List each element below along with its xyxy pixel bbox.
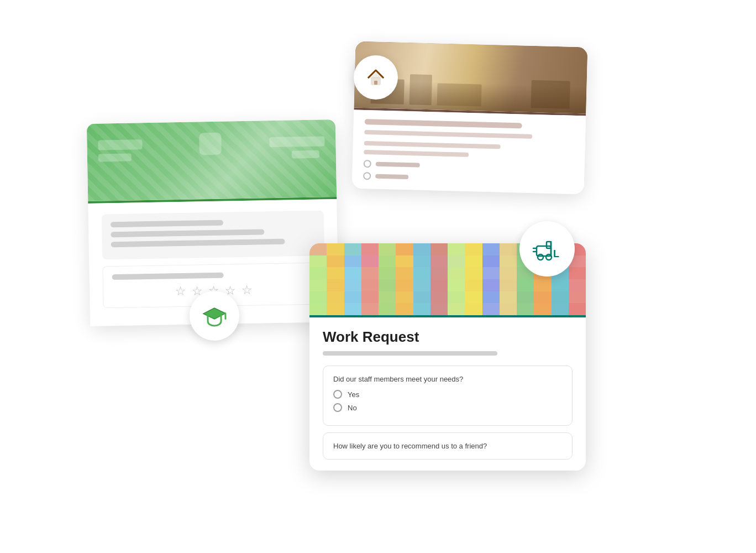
mosaic-cell	[465, 279, 482, 291]
mosaic-cell	[552, 279, 569, 291]
mosaic-cell	[361, 255, 379, 268]
mosaic-cell	[431, 255, 448, 268]
field-line-2	[111, 229, 264, 237]
property-section-1	[364, 119, 575, 140]
mosaic-cell	[517, 303, 534, 315]
mosaic-cell	[517, 291, 534, 304]
mosaic-cell	[431, 279, 448, 291]
question-1-card: Did our staff members meet your needs? Y…	[323, 366, 573, 426]
mosaic-cell	[327, 267, 344, 279]
mosaic-cell	[431, 267, 448, 279]
mosaic-cell	[327, 279, 344, 291]
property-radio-2-label	[375, 174, 408, 180]
mosaic-cell	[465, 267, 482, 279]
property-line-4	[364, 150, 469, 157]
mosaic-cell	[413, 255, 431, 268]
mosaic-cell	[344, 291, 361, 304]
answer-no-radio[interactable]	[333, 403, 342, 412]
education-card-header	[87, 119, 337, 201]
mosaic-cell	[327, 243, 344, 255]
property-radio-1-label	[376, 162, 420, 168]
question-2-card: How likely are you to recommend us to a …	[323, 432, 573, 460]
mosaic-cell	[465, 255, 482, 268]
mosaic-cell	[396, 291, 413, 304]
mosaic-cell	[500, 303, 517, 315]
work-request-body: Work Request Did our staff members meet …	[309, 317, 586, 471]
svg-point-10	[546, 254, 552, 260]
answer-yes-radio[interactable]	[333, 390, 342, 399]
mosaic-cell	[413, 279, 431, 291]
mosaic-cell	[309, 279, 327, 291]
mosaic-cell	[309, 255, 327, 268]
star-5-icon: ☆	[242, 283, 253, 298]
svg-point-9	[538, 254, 543, 260]
mosaic-cell	[534, 303, 551, 315]
mosaic-cell	[465, 291, 482, 304]
mosaic-cell	[361, 267, 379, 279]
property-radio-2-row	[363, 172, 573, 185]
mosaic-cell	[482, 255, 500, 268]
mosaic-cell	[482, 279, 500, 291]
mosaic-cell	[379, 243, 396, 255]
answer-yes-label: Yes	[348, 390, 359, 399]
mosaic-cell	[396, 267, 413, 279]
mosaic-cell	[482, 243, 500, 255]
property-section-2	[364, 141, 574, 160]
mosaic-cell	[344, 279, 361, 291]
mosaic-cell	[534, 279, 551, 291]
graduation-cap-icon	[202, 304, 227, 328]
mosaic-cell	[379, 267, 396, 279]
mosaic-cell	[327, 255, 344, 268]
mosaic-cell	[448, 291, 465, 304]
svg-marker-0	[203, 308, 225, 320]
mosaic-cell	[448, 267, 465, 279]
mosaic-cell	[500, 243, 517, 255]
mosaic-cell	[344, 243, 361, 255]
home-badge	[354, 55, 398, 100]
star-1-icon: ☆	[175, 284, 186, 299]
question-2-text: How likely are you to recommend us to a …	[333, 442, 562, 450]
mosaic-cell	[448, 255, 465, 268]
mosaic-cell	[344, 267, 361, 279]
mosaic-cell	[465, 303, 482, 315]
mosaic-cell	[396, 243, 413, 255]
mosaic-cell	[309, 267, 327, 279]
svg-rect-3	[374, 81, 377, 85]
mosaic-cell	[413, 291, 431, 304]
mosaic-cell	[448, 279, 465, 291]
mosaic-cell	[327, 303, 344, 315]
mosaic-cell	[500, 255, 517, 268]
mosaic-cell	[482, 267, 500, 279]
mosaic-cell	[482, 303, 500, 315]
mosaic-cell	[517, 279, 534, 291]
work-request-title: Work Request	[323, 328, 573, 346]
mosaic-cell	[361, 279, 379, 291]
property-line-1	[365, 119, 522, 128]
property-body	[352, 110, 586, 195]
mosaic-cell	[500, 267, 517, 279]
mosaic-cell	[379, 255, 396, 268]
education-badge	[189, 290, 240, 341]
mosaic-cell	[569, 279, 586, 291]
mosaic-cell	[552, 291, 569, 304]
mosaic-cell	[413, 243, 431, 255]
answer-no-label: No	[348, 404, 357, 412]
field-line-4	[112, 273, 224, 280]
question-1-text: Did our staff members meet your needs?	[333, 375, 562, 383]
mosaic-cell	[344, 303, 361, 315]
mosaic-cell	[552, 303, 569, 315]
answer-yes-option: Yes	[333, 390, 562, 399]
home-icon	[365, 67, 386, 88]
mosaic-cell	[431, 243, 448, 255]
field-line-3	[111, 239, 285, 247]
mosaic-cell	[379, 291, 396, 304]
forklift-badge: L	[519, 221, 575, 276]
mosaic-cell	[534, 291, 551, 304]
mosaic-cell	[465, 243, 482, 255]
property-line-3	[364, 141, 501, 149]
property-radio-1-row	[364, 160, 574, 173]
mosaic-cell	[569, 291, 586, 304]
mosaic-cell	[361, 243, 379, 255]
education-section-1	[102, 210, 324, 259]
mosaic-cell	[431, 303, 448, 315]
